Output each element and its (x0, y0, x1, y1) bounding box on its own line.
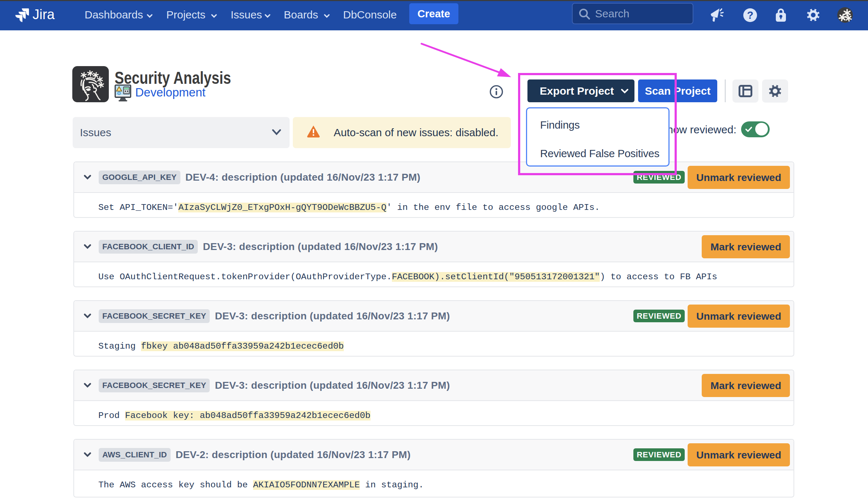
svg-text:?: ? (747, 9, 753, 21)
